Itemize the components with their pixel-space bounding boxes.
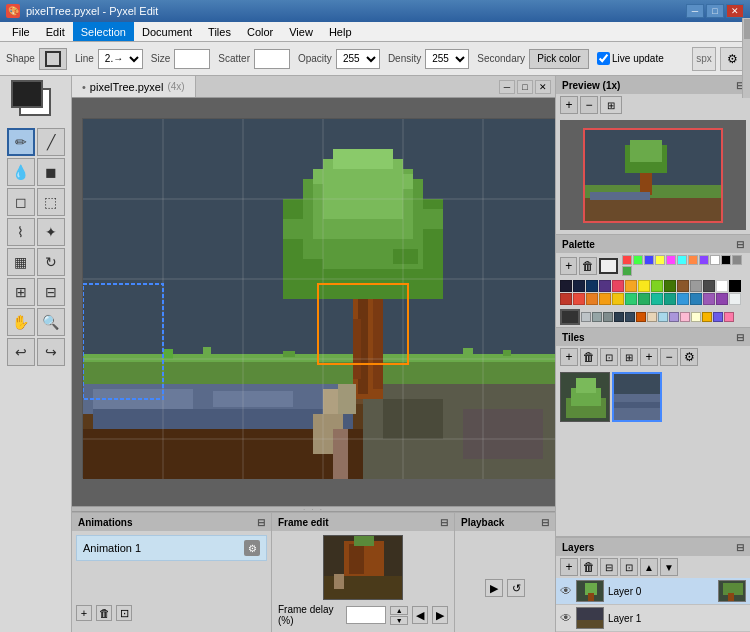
palette-color-10[interactable] xyxy=(690,280,702,292)
palette-color-2-6[interactable] xyxy=(647,312,657,322)
palette-color-24[interactable] xyxy=(690,293,702,305)
quick-color-12[interactable] xyxy=(622,266,632,276)
frame-delay-input[interactable]: 100 xyxy=(346,606,386,624)
tile-select-tool[interactable]: ⊞ xyxy=(7,278,35,306)
loop-button[interactable]: ↺ xyxy=(507,579,525,597)
tiles-collapse-icon[interactable]: ⊟ xyxy=(736,332,744,343)
quick-color-5[interactable] xyxy=(666,255,676,265)
fill-tool[interactable]: ◼ xyxy=(37,158,65,186)
tile-fill-tool[interactable]: ⊟ xyxy=(37,278,65,306)
add-tile-button[interactable]: + xyxy=(560,348,578,366)
selected-fg-color[interactable] xyxy=(560,309,580,325)
palette-color-6[interactable] xyxy=(638,280,650,292)
color-picker-button[interactable]: Pick color xyxy=(529,49,589,69)
layer-1-visibility[interactable]: 👁 xyxy=(560,611,572,625)
palette-color-7[interactable] xyxy=(651,280,663,292)
menu-edit[interactable]: Edit xyxy=(38,22,73,41)
copy-animation-button[interactable]: ⊡ xyxy=(116,605,132,621)
pixel-canvas[interactable] xyxy=(82,118,555,478)
quick-color-8[interactable] xyxy=(699,255,709,265)
palette-color-13[interactable] xyxy=(729,280,741,292)
palette-color-21[interactable] xyxy=(651,293,663,305)
rotate-tool[interactable]: ↻ xyxy=(37,248,65,276)
quick-color-7[interactable] xyxy=(688,255,698,265)
wand-tool[interactable]: ✦ xyxy=(37,218,65,246)
frame-delay-up[interactable]: ▲ xyxy=(390,606,408,615)
palette-color-3[interactable] xyxy=(599,280,611,292)
quick-color-10[interactable] xyxy=(721,255,731,265)
tile-zoom-out-button[interactable]: − xyxy=(660,348,678,366)
merge-layers-button[interactable]: ⊟ xyxy=(600,558,618,576)
tile-settings-button[interactable]: ⚙ xyxy=(680,348,698,366)
pencil-tool[interactable]: ✏ xyxy=(7,128,35,156)
eraser-tool[interactable]: ◻ xyxy=(7,188,35,216)
preview-zoom-in-button[interactable]: + xyxy=(560,96,578,114)
quick-color-1[interactable] xyxy=(622,255,632,265)
palette-color-2-4[interactable] xyxy=(625,312,635,322)
palette-color-2[interactable] xyxy=(586,280,598,292)
maximize-button[interactable]: □ xyxy=(706,4,724,18)
palette-color-11[interactable] xyxy=(703,280,715,292)
palette-color-2-10[interactable] xyxy=(691,312,701,322)
palette-color-2-2[interactable] xyxy=(603,312,613,322)
palette-color-20[interactable] xyxy=(638,293,650,305)
palette-color-25[interactable] xyxy=(703,293,715,305)
canvas-close-btn[interactable]: ✕ xyxy=(535,80,551,94)
play-button[interactable]: ▶ xyxy=(485,579,503,597)
palette-color-14[interactable] xyxy=(560,293,572,305)
palette-color-2-12[interactable] xyxy=(713,312,723,322)
palette-color-2-13[interactable] xyxy=(724,312,734,322)
palette-color-2-5[interactable] xyxy=(636,312,646,322)
prev-frame-button[interactable]: ◀ xyxy=(412,606,428,624)
quick-color-4[interactable] xyxy=(655,255,665,265)
menu-document[interactable]: Document xyxy=(134,22,200,41)
line-tool[interactable]: ╱ xyxy=(37,128,65,156)
stamp-tool[interactable]: ▦ xyxy=(7,248,35,276)
move-layer-up-button[interactable]: ▲ xyxy=(640,558,658,576)
palette-color-23[interactable] xyxy=(677,293,689,305)
playback-header-icon[interactable]: ⊟ xyxy=(541,517,549,528)
quick-color-6[interactable] xyxy=(677,255,687,265)
hand-tool[interactable]: ✋ xyxy=(7,308,35,336)
menu-help[interactable]: Help xyxy=(321,22,360,41)
menu-color[interactable]: Color xyxy=(239,22,281,41)
palette-color-26[interactable] xyxy=(716,293,728,305)
line-select[interactable]: 2.→ xyxy=(98,49,143,69)
next-frame-button[interactable]: ▶ xyxy=(432,606,448,624)
canvas-tab[interactable]: • pixelTree.pyxel (4x) xyxy=(72,76,196,97)
delete-animation-button[interactable]: 🗑 xyxy=(96,605,112,621)
palette-color-27[interactable] xyxy=(729,293,741,305)
lasso-tool[interactable]: ⌇ xyxy=(7,218,35,246)
tile-zoom-in-button[interactable]: + xyxy=(640,348,658,366)
animation-gear-button[interactable]: ⚙ xyxy=(244,540,260,556)
shape-selector[interactable] xyxy=(39,48,67,70)
delete-tile-button[interactable]: 🗑 xyxy=(580,348,598,366)
close-button[interactable]: ✕ xyxy=(726,4,744,18)
settings-button[interactable]: ⚙ xyxy=(720,47,744,71)
palette-color-2-8[interactable] xyxy=(669,312,679,322)
palette-color-16[interactable] xyxy=(586,293,598,305)
preview-zoom-out-button[interactable]: − xyxy=(580,96,598,114)
size-input[interactable]: 1 xyxy=(174,49,210,69)
quick-color-11[interactable] xyxy=(732,255,742,265)
quick-color-2[interactable] xyxy=(633,255,643,265)
menu-tiles[interactable]: Tiles xyxy=(200,22,239,41)
preview-fit-button[interactable]: ⊞ xyxy=(600,96,622,114)
canvas-max-btn[interactable]: □ xyxy=(517,80,533,94)
canvas-min-btn[interactable]: ─ xyxy=(499,80,515,94)
opacity-select[interactable]: 255 xyxy=(336,49,380,69)
palette-color-15[interactable] xyxy=(573,293,585,305)
animation-item[interactable]: Animation 1 ⚙ xyxy=(76,535,267,561)
layer-0-visibility[interactable]: 👁 xyxy=(560,584,572,598)
layers-collapse-icon[interactable]: ⊟ xyxy=(736,542,744,553)
add-color-button[interactable]: + xyxy=(560,257,577,275)
layer-1-item[interactable]: 👁 Layer 1 xyxy=(556,605,750,632)
selection-tool[interactable]: ⬚ xyxy=(37,188,65,216)
palette-color-4[interactable] xyxy=(612,280,624,292)
palette-color-9[interactable] xyxy=(677,280,689,292)
delete-layer-button[interactable]: 🗑 xyxy=(580,558,598,576)
palette-color-2-7[interactable] xyxy=(658,312,668,322)
palette-color-18[interactable] xyxy=(612,293,624,305)
eyedrop-tool[interactable]: 💧 xyxy=(7,158,35,186)
palette-color-19[interactable] xyxy=(625,293,637,305)
